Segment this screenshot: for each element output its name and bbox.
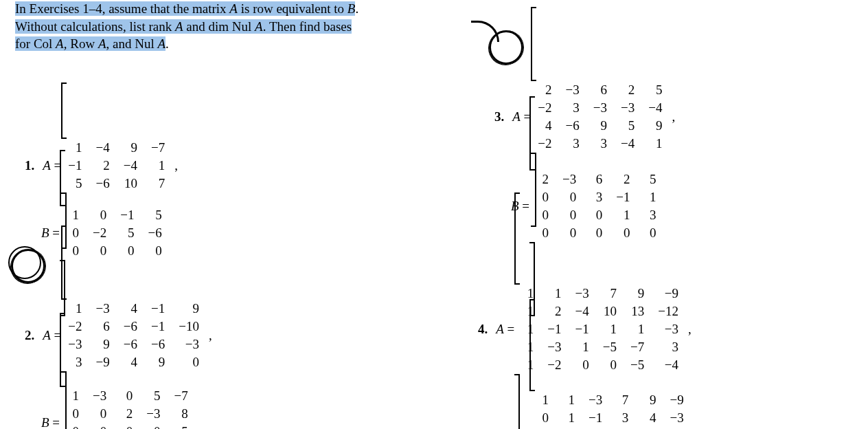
matrix-cell: 0 (86, 206, 113, 224)
matrix-cell: 9 (635, 391, 663, 409)
matrix-cell: 5 (637, 170, 663, 188)
problem-2-B: B = 1−305−7002−380000500000 (41, 313, 195, 429)
matrix-cell: 0 (86, 423, 113, 429)
matrix-cell: −3 (663, 409, 691, 427)
matrix-cell: 1 (529, 391, 556, 409)
problem-2-label: 2. (25, 328, 34, 343)
matrix-cell: 0 (139, 423, 167, 429)
matrix-cell: 7 (609, 391, 635, 409)
matrix-cell: 4 (635, 409, 663, 427)
matrix-cell: 0 (60, 405, 86, 423)
matrix-cell: −7 (168, 387, 195, 405)
matrix-cell: 5 (168, 423, 195, 429)
matrix-cell: 5 (141, 206, 169, 224)
matrix-cell: 1 (60, 387, 86, 405)
matrix-cell: 3 (609, 409, 635, 427)
matrix-cell: 1 (60, 206, 86, 224)
matrix-cell: 0 (113, 423, 139, 429)
instr-line1: In Exercises 1–4, assume that the matrix… (15, 1, 355, 16)
matrix-cell: −3 (139, 405, 167, 423)
matrix-B2: 1−305−7002−380000500000 (60, 313, 195, 429)
matrix-B4: 11−379−901−134−30001−1−2000000000000 (529, 299, 691, 429)
circle-annotation-2-inner (8, 246, 41, 279)
matrix-cell: 1 (556, 409, 582, 427)
matrix-cell: 2 (609, 170, 637, 188)
matrix-cell: 0 (113, 387, 139, 405)
problem-1-label: 1. (25, 158, 34, 173)
matrix-cell: 0 (60, 423, 86, 429)
exercise-instructions: In Exercises 1–4, assume that the matrix… (15, 0, 468, 53)
problem-3-label: 3. (494, 109, 504, 124)
problem-4-B: B = 11−379−901−134−30001−1−2000000000000 (511, 299, 691, 429)
matrix-cell: −1 (113, 206, 141, 224)
matrix-cell: −1 (582, 409, 609, 427)
matrix-cell: 5 (139, 387, 167, 405)
matrix-cell: 0 (86, 405, 113, 423)
matrix-cell: −3 (86, 387, 113, 405)
matrix-cell: −3 (582, 391, 609, 409)
problem-4-label: 4. (478, 322, 488, 337)
page: { "instructions": { "line1_a": "In Exerc… (0, 0, 868, 429)
matrix-cell: 2 (113, 405, 139, 423)
instr-line3: for Col A, Row A, and Nul A (15, 36, 165, 51)
matrix-cell: 2 (529, 170, 556, 188)
matrix-cell: 1 (556, 391, 582, 409)
matrix-cell: 6 (583, 170, 609, 188)
instr-line2: Without calculations, list rank A and di… (15, 19, 352, 34)
matrix-cell: 8 (168, 405, 195, 423)
matrix-cell: −3 (556, 170, 583, 188)
matrix-cell: −9 (663, 391, 691, 409)
matrix-cell: 0 (529, 409, 556, 427)
